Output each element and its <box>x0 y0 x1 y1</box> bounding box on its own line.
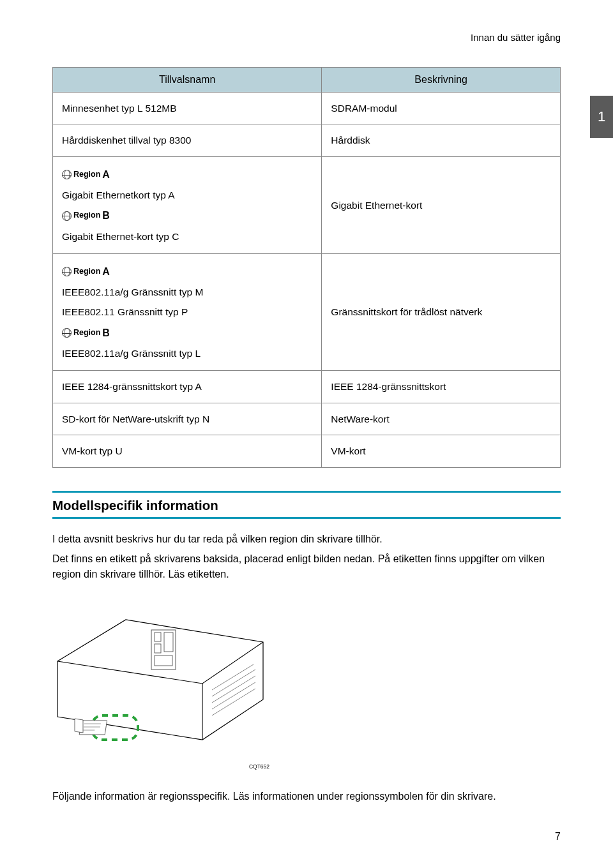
cell-desc: Hårddisk <box>322 124 561 156</box>
table-row: Region A Gigabit Ethernetkort typ A Regi… <box>53 156 561 253</box>
col-header-desc: Beskrivning <box>322 68 561 93</box>
printer-label-illustration <box>52 594 561 760</box>
region-a-badge: Region A <box>62 165 110 184</box>
globe-icon <box>62 267 72 276</box>
region-letter: B <box>102 206 110 225</box>
cell-desc: Gränssnittskort för trådlöst nätverk <box>322 253 561 371</box>
options-table: Tillvalsnamn Beskrivning Minnesenhet typ… <box>52 67 561 468</box>
cell-name: IEEE 1284-gränssnittskort typ A <box>53 371 322 403</box>
region-label: Region <box>73 264 100 280</box>
cell-text: Gigabit Ethernet-kort typ C <box>62 227 312 246</box>
cell-name: Hårddiskenhet tillval typ 8300 <box>53 124 322 156</box>
table-row: SD-kort för NetWare-utskrift typ N NetWa… <box>53 403 561 435</box>
cell-desc: SDRAM-modul <box>322 93 561 124</box>
cell-text: IEEE802.11a/g Gränssnitt typ L <box>62 344 312 363</box>
region-letter: A <box>102 262 110 281</box>
region-label: Region <box>73 326 100 341</box>
page-number: 7 <box>555 831 561 842</box>
globe-icon <box>62 328 72 338</box>
illustration-code: CQT652 <box>52 763 269 770</box>
cell-name: Region A Gigabit Ethernetkort typ A Regi… <box>53 156 322 253</box>
cell-desc: IEEE 1284-gränssnittskort <box>322 371 561 403</box>
table-header-row: Tillvalsnamn Beskrivning <box>53 68 561 93</box>
col-header-name: Tillvalsnamn <box>53 68 322 93</box>
cell-text: IEEE802.11 Gränssnitt typ P <box>62 303 312 321</box>
cell-desc: NetWare-kort <box>322 403 561 435</box>
body-paragraph: I detta avsnitt beskrivs hur du tar reda… <box>52 532 561 548</box>
region-label: Region <box>73 208 100 223</box>
globe-icon <box>62 170 72 179</box>
region-label: Region <box>73 167 100 183</box>
cell-text: Gigabit Ethernetkort typ A <box>62 186 312 204</box>
table-row: IEEE 1284-gränssnittskort typ A IEEE 128… <box>53 371 561 403</box>
table-row: Hårddiskenhet tillval typ 8300 Hårddisk <box>53 124 561 156</box>
page-chapter-tab: 1 <box>590 96 613 138</box>
body-paragraph: Det finns en etikett på skrivarens baksi… <box>52 551 561 583</box>
cell-desc: Gigabit Ethernet-kort <box>322 156 561 253</box>
cell-name: VM-kort typ U <box>53 435 322 467</box>
region-letter: B <box>102 324 110 343</box>
globe-icon <box>62 211 72 221</box>
section-heading: Modellspecifik information <box>52 491 561 519</box>
cell-name: SD-kort för NetWare-utskrift typ N <box>53 403 322 435</box>
region-b-badge: Region B <box>62 206 110 225</box>
header-title: Innan du sätter igång <box>52 32 561 43</box>
cell-desc: VM-kort <box>322 435 561 467</box>
svg-rect-11 <box>79 721 107 735</box>
cell-text: IEEE802.11a/g Gränssnitt typ M <box>62 283 312 301</box>
cell-name: Minnesenhet typ L 512MB <box>53 93 322 124</box>
table-row: VM-kort typ U VM-kort <box>53 435 561 467</box>
table-row: Region A IEEE802.11a/g Gränssnitt typ M … <box>53 253 561 371</box>
table-row: Minnesenhet typ L 512MB SDRAM-modul <box>53 93 561 124</box>
cell-name: Region A IEEE802.11a/g Gränssnitt typ M … <box>53 253 322 371</box>
body-paragraph: Följande information är regionsspecifik.… <box>52 789 561 805</box>
region-b-badge: Region B <box>62 324 110 343</box>
region-letter: A <box>102 165 110 184</box>
region-a-badge: Region A <box>62 262 110 281</box>
